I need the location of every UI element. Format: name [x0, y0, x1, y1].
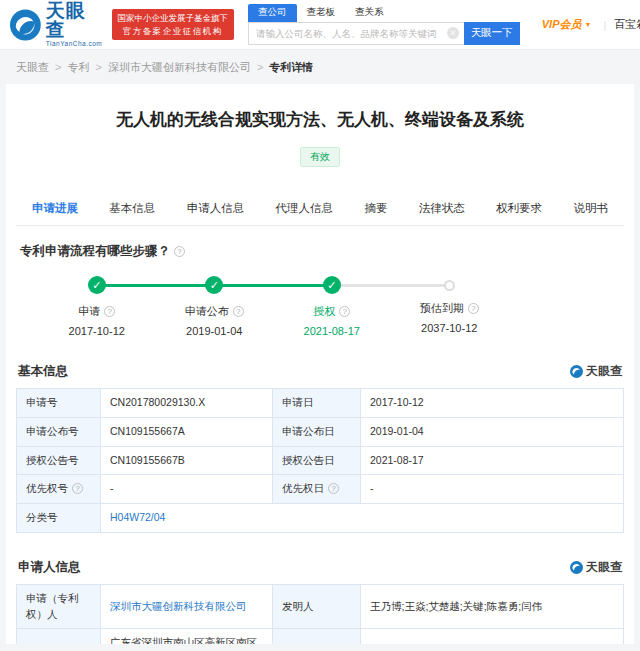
tab-applicant-info[interactable]: 申请人信息	[181, 192, 251, 225]
patent-title: 无人机的无线合规实现方法、无人机、终端设备及系统	[16, 84, 624, 131]
tianyancha-logo-icon	[10, 9, 41, 41]
breadcrumb-patent[interactable]: 专利	[67, 60, 89, 75]
field-value: 深圳市大疆创新科技有限公司	[101, 584, 273, 629]
help-icon[interactable]: ?	[72, 483, 83, 494]
timeline-date: 2017-10-12	[38, 325, 156, 337]
field-label: 发明人	[273, 584, 361, 629]
gov-certification-badge: 国家中小企业发展子基金旗下 官方备案企业征信机构	[112, 9, 235, 40]
help-icon[interactable]: ?	[174, 246, 185, 257]
field-label: 申请公布日	[273, 417, 361, 446]
divider: |	[603, 19, 606, 31]
help-icon[interactable]: ?	[339, 306, 350, 317]
field-value: 2021-08-17	[361, 446, 624, 475]
toolbox-link[interactable]: 百宝箱	[614, 17, 640, 32]
help-icon[interactable]: ?	[104, 306, 115, 317]
table-row: 优先权号? - 优先权日? -	[17, 475, 624, 504]
field-value: 2017-10-12	[361, 389, 624, 418]
field-value: CN201780029130.X	[101, 389, 273, 418]
timeline-date: 2037-10-12	[391, 322, 509, 334]
tianyancha-watermark: 天眼查	[570, 559, 622, 576]
tab-basic-info[interactable]: 基本信息	[103, 192, 161, 225]
logo-name: 天眼查	[46, 1, 104, 39]
check-icon: ✓	[323, 276, 341, 294]
table-row: 申请（专利权）人 深圳市大疆创新科技有限公司 发明人 王乃博;王焱;艾楚越;关键…	[17, 584, 624, 629]
breadcrumb-separator: >	[55, 61, 61, 73]
search-tab-relation[interactable]: 查关系	[345, 4, 394, 22]
field-label: 申请（专利权）人	[17, 584, 101, 629]
field-value: CN109155667A	[101, 417, 273, 446]
table-row: 申请公布号 CN109155667A 申请公布日 2019-01-04	[17, 417, 624, 446]
tianyancha-logo[interactable]: 天眼查 TianYanCha.com	[10, 1, 104, 48]
breadcrumb-company[interactable]: 深圳市大疆创新科技有限公司	[108, 60, 251, 75]
clear-icon[interactable]: ×	[447, 27, 459, 39]
breadcrumb-separator: >	[257, 61, 263, 73]
search-tab-company[interactable]: 查公司	[248, 4, 297, 22]
help-icon[interactable]: ?	[328, 483, 339, 494]
tab-abstract[interactable]: 摘要	[358, 192, 393, 225]
tab-agent-info[interactable]: 代理人信息	[270, 192, 340, 225]
tab-legal-status[interactable]: 法律状态	[413, 192, 471, 225]
table-row: 授权公告号 CN109155667B 授权公告日 2021-08-17	[17, 446, 624, 475]
classification-link[interactable]: H04W72/04	[110, 511, 165, 523]
field-label: 申请日	[273, 389, 361, 418]
tab-application-progress[interactable]: 申请进展	[26, 192, 84, 225]
table-row: 分类号 H04W72/04	[17, 504, 624, 533]
field-value: 王乃博;王焱;艾楚越;关键;陈嘉勇;闫伟	[361, 584, 624, 629]
table-row: 地址 广东省深圳市南山区高新区南区粤兴一道9号香港科大深圳产学研大楼6楼 邮编 …	[17, 629, 624, 644]
field-label: 地址	[17, 629, 101, 644]
field-value: 518057	[361, 629, 624, 644]
field-label: 授权公告号	[17, 446, 101, 475]
check-icon: ✓	[88, 276, 106, 294]
search-input[interactable]	[248, 22, 464, 45]
basic-info-heading: 基本信息	[18, 363, 68, 380]
field-value: -	[361, 475, 624, 504]
field-value: CN109155667B	[101, 446, 273, 475]
basic-info-table: 申请号 CN201780029130.X 申请日 2017-10-12 申请公布…	[16, 388, 624, 533]
logo-domain: TianYanCha.com	[46, 41, 104, 48]
breadcrumb-home[interactable]: 天眼查	[16, 60, 49, 75]
field-label: 优先权号?	[17, 475, 101, 504]
tianyancha-logo-icon	[570, 561, 583, 574]
pending-dot-icon	[444, 280, 455, 291]
breadcrumb-current: 专利详情	[269, 60, 313, 75]
patent-detail-card: 无人机的无线合规实现方法、无人机、终端设备及系统 有效 申请进展 基本信息 申请…	[6, 84, 634, 644]
table-row: 申请号 CN201780029130.X 申请日 2017-10-12	[17, 389, 624, 418]
chevron-down-icon: ▼	[585, 21, 592, 28]
field-value: -	[101, 475, 273, 504]
field-label: 授权公告日	[273, 446, 361, 475]
field-label: 优先权日?	[273, 475, 361, 504]
detail-tabs: 申请进展 基本信息 申请人信息 代理人信息 摘要 法律状态 权利要求 说明书	[16, 192, 624, 226]
site-header: 天眼查 TianYanCha.com 国家中小企业发展子基金旗下 官方备案企业征…	[0, 0, 640, 50]
timeline-date: 2019-01-04	[156, 325, 274, 337]
tianyancha-logo-icon	[570, 365, 583, 378]
field-label: 分类号	[17, 504, 101, 533]
search-tab-boss[interactable]: 查老板	[297, 4, 346, 22]
timeline-step-expiry: 预估到期? 2037-10-12	[391, 276, 509, 337]
search-button[interactable]: 天眼一下	[464, 22, 520, 45]
breadcrumb: 天眼查 > 专利 > 深圳市大疆创新科技有限公司 > 专利详情	[0, 50, 640, 84]
field-label: 申请公布号	[17, 417, 101, 446]
patent-timeline: ✓ 申请? 2017-10-12 ✓ 申请公布? 2019-01-04 ✓ 授权…	[38, 276, 508, 337]
gov-badge-line2: 官方备案企业征信机构	[118, 25, 229, 37]
field-label: 申请号	[17, 389, 101, 418]
help-icon[interactable]: ?	[233, 306, 244, 317]
vip-member-link[interactable]: VIP会员	[542, 17, 582, 32]
field-value: 广东省深圳市南山区高新区南区粤兴一道9号香港科大深圳产学研大楼6楼	[101, 629, 273, 644]
applicant-info-heading: 申请人信息	[18, 559, 81, 576]
timeline-date: 2021-08-17	[273, 325, 391, 337]
check-icon: ✓	[205, 276, 223, 294]
tab-description[interactable]: 说明书	[567, 192, 614, 225]
help-icon[interactable]: ?	[468, 303, 479, 314]
applicant-info-table: 申请（专利权）人 深圳市大疆创新科技有限公司 发明人 王乃博;王焱;艾楚越;关键…	[16, 584, 624, 644]
search-tabs: 查公司 查老板 查关系	[248, 5, 520, 22]
field-label: 邮编	[273, 629, 361, 644]
field-value: 2019-01-04	[361, 417, 624, 446]
header-search: 查公司 查老板 查关系 × 天眼一下	[248, 5, 520, 45]
tab-claims[interactable]: 权利要求	[490, 192, 548, 225]
applicant-company-link[interactable]: 深圳市大疆创新科技有限公司	[110, 600, 247, 612]
tianyancha-watermark: 天眼查	[570, 363, 622, 380]
field-value: H04W72/04	[101, 504, 624, 533]
status-badge: 有效	[300, 147, 340, 167]
gov-badge-line1: 国家中小企业发展子基金旗下	[118, 12, 229, 24]
flow-heading: 专利申请流程有哪些步骤？ ?	[20, 243, 620, 260]
